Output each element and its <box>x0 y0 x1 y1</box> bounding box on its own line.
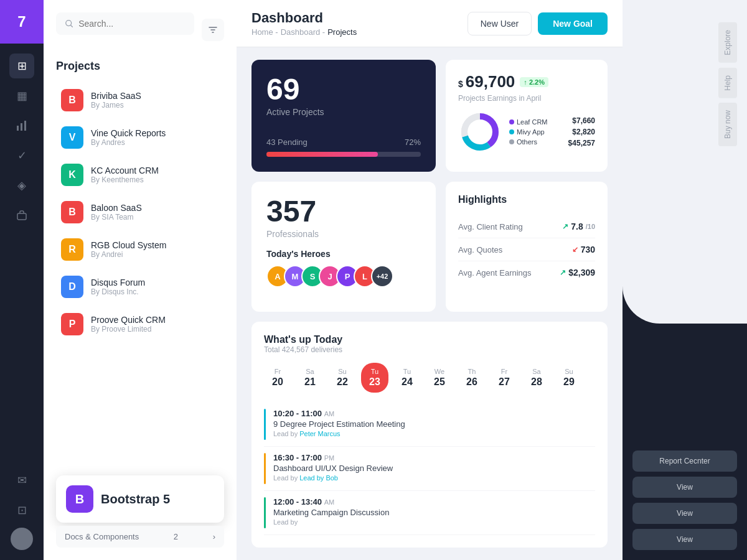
project-name: KC Account CRM <box>91 166 219 175</box>
pending-label: 43 Pending <box>266 138 308 147</box>
highlight-row: Avg. Quotes ↙ 730 <box>458 238 595 261</box>
sidebar-icon-layers[interactable]: ◈ <box>9 173 34 198</box>
cal-day-num: 23 <box>369 376 380 388</box>
sidebar-icon-grid[interactable]: ⊞ <box>9 54 34 78</box>
cal-day-num: 25 <box>434 376 445 388</box>
report-center-button[interactable]: Report Cecnter <box>632 450 737 472</box>
bottom-cards-row: 357 Professionals Today's Heroes AMSJPL+… <box>251 182 608 312</box>
calendar-day[interactable]: Fr 20 <box>264 363 291 393</box>
right-tabs: Explore Help Buy now <box>632 22 737 146</box>
calendar-day[interactable]: Sa 28 <box>523 363 550 393</box>
sidebar-icon-check[interactable]: ✓ <box>9 143 34 168</box>
legend-label-leaf: Leaf CRM <box>517 118 548 126</box>
calendar-row[interactable]: Fr 20 Sa 21 Su 22 Tu 23 Tu 24 We 25 Th 2… <box>264 363 595 393</box>
calendar-day[interactable]: Tu 23 <box>361 363 388 393</box>
project-item[interactable]: D Disqus Forum By Disqus Inc. <box>56 269 224 304</box>
project-icon: P <box>61 313 83 335</box>
project-item[interactable]: R RGB Cloud System By Andrei <box>56 232 224 267</box>
cal-day-num: 28 <box>531 376 542 388</box>
bootstrap-icon: B <box>66 485 93 513</box>
event-details: 10:20 - 11:00 AM 9 Degree Project Estima… <box>273 409 405 440</box>
earnings-values: $7,660 $2,820 $45,257 <box>568 116 595 147</box>
event-item: 16:30 - 17:00 PM Dashboard UI/UX Design … <box>264 447 595 491</box>
project-by: By SIA Team <box>91 213 219 222</box>
professionals-count: 357 <box>266 197 421 226</box>
filter-button[interactable] <box>202 19 224 41</box>
earnings-label: Projects Earnings in April <box>458 94 595 103</box>
highlight-value: ↗ $2,309 <box>560 268 595 278</box>
calendar-day[interactable]: Mo 30 <box>588 363 595 393</box>
right-panel: Explore Help Buy now Report Cecnter View… <box>622 0 747 560</box>
docs-bar[interactable]: Docs & Components 2 › <box>56 526 224 548</box>
active-projects-label: Active Projects <box>266 107 421 117</box>
svg-rect-3 <box>17 213 26 220</box>
project-item[interactable]: V Vine Quick Reports By Andres <box>56 120 224 155</box>
whatsup-subtitle: Total 424,567 deliveries <box>264 345 595 354</box>
earnings-dollar: $ <box>458 79 463 89</box>
view-button-3[interactable]: View <box>632 529 737 550</box>
cal-day-num: 29 <box>563 376 575 388</box>
active-projects-card: 69 Active Projects 43 Pending 72% <box>251 60 436 172</box>
breadcrumb-projects: Projects <box>327 27 357 37</box>
progress-bar-outer <box>266 152 421 157</box>
tab-buy-now[interactable]: Buy now <box>718 103 737 146</box>
calendar-day[interactable]: Su 22 <box>329 363 356 393</box>
tab-explore[interactable]: Explore <box>718 22 737 63</box>
earnings-badge: ↑ 2.2% <box>520 77 548 87</box>
calendar-day[interactable]: Tu 24 <box>393 363 421 393</box>
search-input[interactable] <box>78 19 186 29</box>
event-period: AM <box>324 410 335 418</box>
project-item[interactable]: B Briviba SaaS By James <box>56 83 224 118</box>
top-cards-row: 69 Active Projects 43 Pending 72% <box>251 60 608 172</box>
project-item[interactable]: K KC Account CRM By Keenthemes <box>56 157 224 192</box>
sidebar-icon-layout[interactable]: ▦ <box>9 83 34 108</box>
calendar-day[interactable]: Sa 21 <box>296 363 324 393</box>
docs-label: Docs & Components <box>65 532 139 541</box>
event-lead-link[interactable]: Lead by Bob <box>299 474 338 482</box>
event-period: PM <box>324 454 335 462</box>
sidebar-bottom: ✉ ⊡ <box>9 458 34 560</box>
trend-icon: ↙ <box>572 245 578 254</box>
view-button-2[interactable]: View <box>632 503 737 524</box>
cal-day-num: 22 <box>337 376 348 388</box>
sidebar-icon-message[interactable]: ✉ <box>9 468 34 493</box>
legend-dot-mivy <box>509 129 514 134</box>
legend-label-others: Others <box>517 138 537 146</box>
event-lead-link[interactable]: Peter Marcus <box>299 430 340 437</box>
svg-rect-1 <box>21 123 22 131</box>
event-bar <box>264 409 266 440</box>
breadcrumb: Home - Dashboard - Projects <box>251 27 357 37</box>
sidebar-icon-grid2[interactable]: ⊡ <box>9 498 34 523</box>
search-bar[interactable] <box>56 12 194 35</box>
cal-day-name: Fr <box>501 368 507 375</box>
trend-icon: ↗ <box>562 222 568 231</box>
event-bar <box>264 497 266 528</box>
sidebar-user-avatar[interactable] <box>11 528 33 550</box>
cal-day-name: Tu <box>371 368 378 375</box>
highlight-row: Avg. Agent Earnings ↗ $2,309 <box>458 261 595 284</box>
breadcrumb-home: Home - <box>251 27 278 37</box>
sidebar-icon-briefcase[interactable] <box>9 203 34 228</box>
tab-help[interactable]: Help <box>718 68 737 98</box>
earnings-val-1: $7,660 <box>568 116 595 125</box>
header-actions: New User New Goal <box>467 12 608 35</box>
calendar-day[interactable]: We 25 <box>426 363 453 393</box>
main-area: Dashboard Home - Dashboard - Projects Ne… <box>237 0 747 560</box>
project-info: Disqus Forum By Disqus Inc. <box>91 278 219 296</box>
project-info: KC Account CRM By Keenthemes <box>91 166 219 184</box>
sidebar-icon-chart[interactable] <box>9 113 34 138</box>
project-item[interactable]: B Baloon SaaS By SIA Team <box>56 195 224 230</box>
legend-dot-others <box>509 139 514 144</box>
new-goal-button[interactable]: New Goal <box>538 12 608 35</box>
new-user-button[interactable]: New User <box>467 12 532 35</box>
cal-day-name: We <box>435 368 444 375</box>
project-item[interactable]: P Proove Quick CRM By Proove Limited <box>56 307 224 342</box>
project-by: By Andrei <box>91 250 219 259</box>
page-title: Dashboard <box>251 10 357 26</box>
earnings-value: 69,700 <box>466 72 515 91</box>
calendar-day[interactable]: Su 29 <box>555 363 583 393</box>
calendar-day[interactable]: Th 26 <box>458 363 486 393</box>
view-button-1[interactable]: View <box>632 477 737 498</box>
trend-icon: ↗ <box>560 268 566 277</box>
calendar-day[interactable]: Fr 27 <box>491 363 518 393</box>
